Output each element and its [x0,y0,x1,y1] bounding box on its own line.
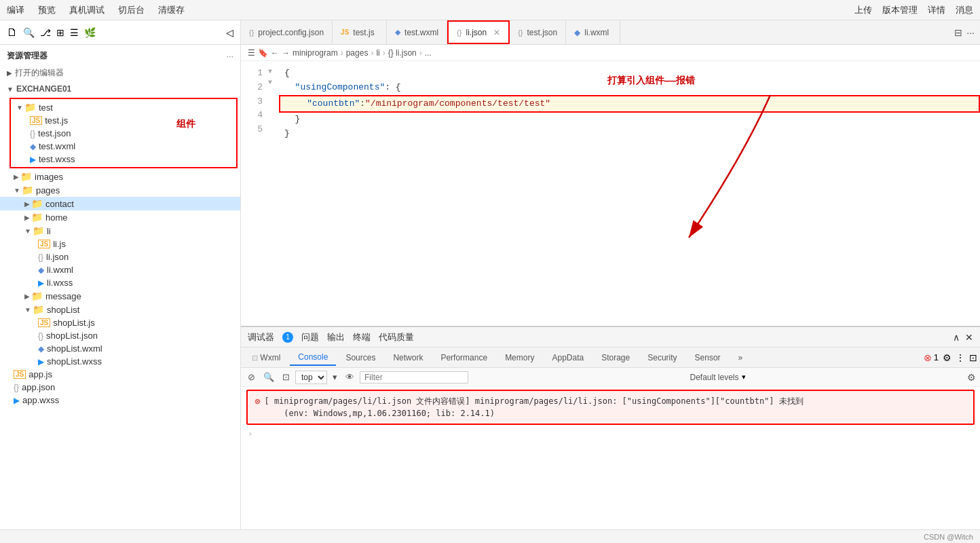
file-shoplist-wxml[interactable]: ◆ shopList.wxml [0,342,240,355]
levels-dropdown-icon[interactable]: ▾ [742,373,746,381]
file-app-json[interactable]: {} app.json [0,381,240,394]
tab-li-json-close[interactable]: ✕ [493,28,500,37]
breadcrumb-back-icon[interactable]: ← [271,48,279,58]
breadcrumb-bookmark-icon[interactable]: 🔖 [258,48,268,58]
folder-pages-arrow: ▼ [14,187,20,194]
tab-li-wxml[interactable]: ◆ li.wxml [566,20,620,44]
menu-messages[interactable]: 消息 [956,4,973,16]
debug-tab-debugger[interactable]: 调试器 [248,331,274,343]
debug-collapse-icon[interactable]: ∧ [953,332,960,343]
tab-test-json-label: test.json [527,28,558,37]
debug-close-icon[interactable]: ✕ [965,332,973,343]
devtab-security[interactable]: Security [639,350,685,365]
devtab-wxml[interactable]: ⊡ Wxml [244,350,288,365]
console-expand-arrow[interactable]: › [241,428,980,440]
fold-1[interactable]: ▼ [268,67,279,77]
file-shoplist-js[interactable]: JS shopList.js [0,316,240,329]
devtools-undock-icon[interactable]: ⊡ [969,352,977,363]
file-test-wxss-label: test.wxss [39,154,75,164]
collapse-icon[interactable]: ◁ [226,27,233,38]
folder-message[interactable]: ▶ 📁 message [0,289,240,303]
file-shoplist-json[interactable]: {} shopList.json [0,329,240,342]
context-select[interactable]: top [295,371,327,384]
fold-2[interactable]: ▼ [268,77,279,88]
file-li-js[interactable]: JS li.js [0,238,240,250]
folder-images[interactable]: ▶ 📁 images [0,170,240,183]
folder-message-arrow: ▶ [24,293,30,300]
more-tabs-icon[interactable]: ··· [966,27,975,38]
debug-tab-output[interactable]: 输出 [327,331,345,343]
file-li-wxss[interactable]: ▶ li.wxss [0,276,240,289]
exchange01-section[interactable]: ▼ EXCHANGE01 [0,81,240,96]
menu-details[interactable]: 详情 [928,4,945,16]
folder-test[interactable]: ▼ 📁 test [11,100,236,114]
menu-compile[interactable]: 编译 [7,4,24,16]
split-editor-icon[interactable]: ⊟ [954,27,962,38]
devtab-console[interactable]: Console [290,350,336,366]
debug-tab-issues[interactable]: 问题 [301,331,319,343]
new-file-icon[interactable]: 🗋 [7,26,18,39]
devtools-settings-icon[interactable]: ⚙ [943,352,951,363]
folder-shoplist[interactable]: ▼ 📁 shopList [0,303,240,316]
tab-project-config[interactable]: {} project.config.json [241,20,333,44]
search-icon[interactable]: 🔍 [23,27,35,38]
devtools-more-icon[interactable]: ⋮ [956,352,965,363]
devtab-performance[interactable]: Performance [432,350,495,365]
sidebar: 🗋 🔍 ⎇ ⊞ ☰ 🌿 ◁ 资源管理器 ··· ▶ 打开的编辑器 [0,20,241,529]
tab-test-js[interactable]: JS test.js [333,20,387,44]
filter-input[interactable] [360,371,468,383]
tab-test-wxml[interactable]: ◆ test.wxml [387,20,447,44]
menu-background[interactable]: 切后台 [118,4,145,16]
file-app-wxss[interactable]: ▶ app.wxss [0,394,240,407]
file-test-wxss[interactable]: ▶ test.wxss [11,153,236,166]
file-shoplist-wxss[interactable]: ▶ shopList.wxss [0,355,240,368]
file-li-wxml[interactable]: ◆ li.wxml [0,263,240,276]
file-test-json[interactable]: {} test.json [11,127,236,140]
menu-version-manage[interactable]: 版本管理 [882,4,918,16]
folder-li-label: li [47,226,51,236]
toolbar-select-icon[interactable]: ⊡ [280,371,293,383]
shoplist-wxml-icon: ◆ [38,344,44,354]
table-icon[interactable]: ☰ [70,27,79,38]
tab-test-json[interactable]: {} test.json [510,20,566,44]
file-test-js[interactable]: JS test.js [11,114,236,127]
devtab-sensor[interactable]: Sensor [687,350,729,365]
code-line-5: } [279,127,980,141]
debug-tab-code-quality[interactable]: 代码质量 [379,331,414,343]
menu-device-debug[interactable]: 真机调试 [69,4,105,16]
folder-home[interactable]: ▶ 📁 home [0,210,240,224]
menu-preview[interactable]: 预览 [38,4,56,16]
devtab-memory[interactable]: Memory [497,350,542,365]
devtab-network[interactable]: Network [385,350,431,365]
devtab-more[interactable]: » [730,350,751,365]
file-li-wxss-label: li.wxss [47,278,73,288]
open-editors-section[interactable]: ▶ 打开的编辑器 [0,64,240,81]
tab-li-json[interactable]: {} li.json ✕ [447,20,510,44]
folder-li[interactable]: ▼ 📁 li [0,224,240,238]
devtab-storage[interactable]: Storage [593,350,638,365]
folder-pages[interactable]: ▼ 📁 pages [0,183,240,197]
sidebar-more-icon[interactable]: ··· [226,51,233,61]
toolbar-eye-icon[interactable]: 👁 [343,371,357,383]
debug-tab-terminal[interactable]: 终端 [353,331,371,343]
toolbar-clear-icon[interactable]: ⊘ [245,371,258,383]
file-app-js[interactable]: JS app.js [0,368,240,381]
folder-pages-label: pages [36,185,60,195]
file-li-json[interactable]: {} li.json [0,250,240,263]
toolbar-filter-icon[interactable]: 🔍 [261,371,277,383]
folder-contact[interactable]: ▶ 📁 contact [0,197,240,210]
git-icon[interactable]: 🌿 [84,27,96,38]
breadcrumb-forward-icon[interactable]: → [282,48,290,58]
layout-icon[interactable]: ⊞ [56,27,64,38]
breadcrumb-menu-icon[interactable]: ☰ [248,48,255,58]
devtab-appdata[interactable]: AppData [544,350,592,365]
source-control-icon[interactable]: ⎇ [40,27,51,38]
menu-clear-cache[interactable]: 清缓存 [158,4,185,16]
top-menu-bar: 编译 预览 真机调试 切后台 清缓存 上传 版本管理 详情 消息 [0,0,980,20]
file-test-wxml[interactable]: ◆ test.wxml [11,140,236,153]
menu-upload[interactable]: 上传 [854,4,872,16]
breadcrumb-item-lijson: {} li.json [388,48,417,58]
devtab-sources[interactable]: Sources [337,350,383,365]
devtools-gear-icon[interactable]: ⚙ [967,372,976,383]
toolbar-dropdown-icon[interactable]: ▾ [330,371,340,383]
